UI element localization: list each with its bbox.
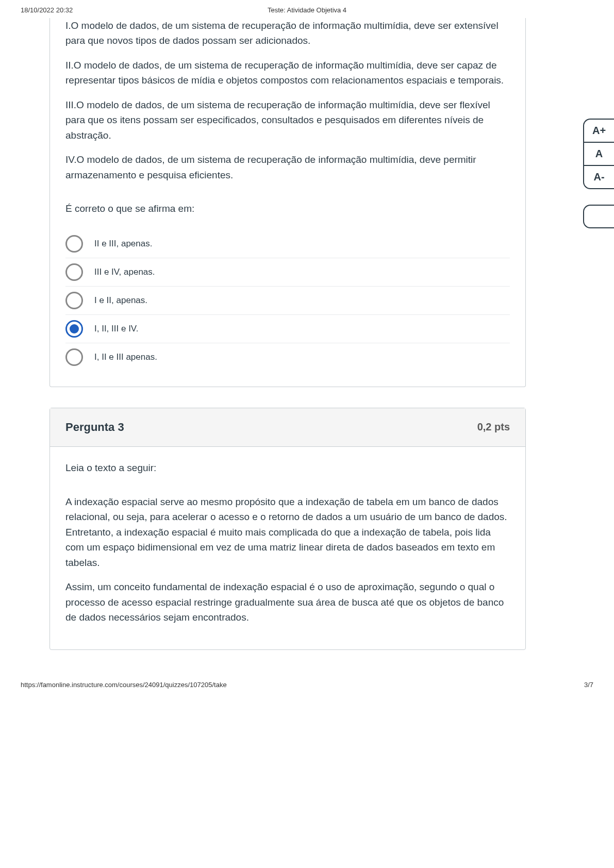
font-decrease-button[interactable]: A- [584, 165, 614, 188]
question-3-card: Pergunta 3 0,2 pts Leia o texto a seguir… [49, 408, 526, 650]
question-3-body: Leia o texto a seguir: A indexação espac… [50, 447, 525, 650]
option-label: I, II e III apenas. [94, 352, 157, 362]
option-label: II e III, apenas. [94, 239, 152, 249]
question-3-lead: Leia o texto a seguir: [65, 462, 510, 474]
option-label: I, II, III e IV. [94, 324, 138, 334]
option-5[interactable]: I, II e III apenas. [65, 343, 510, 371]
option-label: III e IV, apenas. [94, 267, 155, 277]
radio-icon[interactable] [65, 292, 83, 309]
radio-icon[interactable] [65, 348, 83, 366]
option-2[interactable]: III e IV, apenas. [65, 258, 510, 286]
header-title: Teste: Atividade Objetiva 4 [268, 6, 346, 14]
question-prompt: É correto o que se afirma em: [65, 203, 510, 214]
header-timestamp: 18/10/2022 20:32 [21, 6, 73, 14]
radio-icon[interactable] [65, 235, 83, 253]
question-3-para-1: A indexação espacial serve ao mesmo prop… [65, 494, 510, 570]
statement-1: I.O modelo de dados, de um sistema de re… [65, 18, 510, 48]
font-increase-button[interactable]: A+ [584, 120, 614, 142]
options-list: II e III, apenas. III e IV, apenas. I e … [65, 230, 510, 371]
radio-icon[interactable] [65, 263, 83, 281]
option-4[interactable]: I, II, III e IV. [65, 314, 510, 343]
extra-tool-button[interactable] [583, 205, 614, 228]
question-3-para-2: Assim, um conceito fundamental de indexa… [65, 579, 510, 625]
statement-3: III.O modelo de dados, de um sistema de … [65, 97, 510, 143]
footer-page: 3/7 [584, 681, 593, 689]
footer-url: https://famonline.instructure.com/course… [21, 681, 227, 689]
option-1[interactable]: II e III, apenas. [65, 230, 510, 258]
option-label: I e II, apenas. [94, 295, 147, 306]
font-normal-button[interactable]: A [584, 142, 614, 165]
page-header: 18/10/2022 20:32 Teste: Atividade Objeti… [0, 0, 614, 18]
font-size-tool: A+ A A- [583, 119, 614, 189]
statement-2: II.O modelo de dados, de um sistema de r… [65, 58, 510, 88]
accessibility-tools: A+ A A- [583, 119, 614, 228]
option-3[interactable]: I e II, apenas. [65, 286, 510, 314]
question-3-points: 0,2 pts [477, 421, 510, 433]
radio-icon[interactable] [65, 320, 83, 338]
question-3-header: Pergunta 3 0,2 pts [50, 408, 525, 447]
page-footer: https://famonline.instructure.com/course… [0, 671, 614, 699]
question-3-title: Pergunta 3 [65, 421, 124, 434]
question-2-box: I.O modelo de dados, de um sistema de re… [49, 18, 526, 387]
statement-4: IV.O modelo de dados, de um sistema de r… [65, 152, 510, 182]
